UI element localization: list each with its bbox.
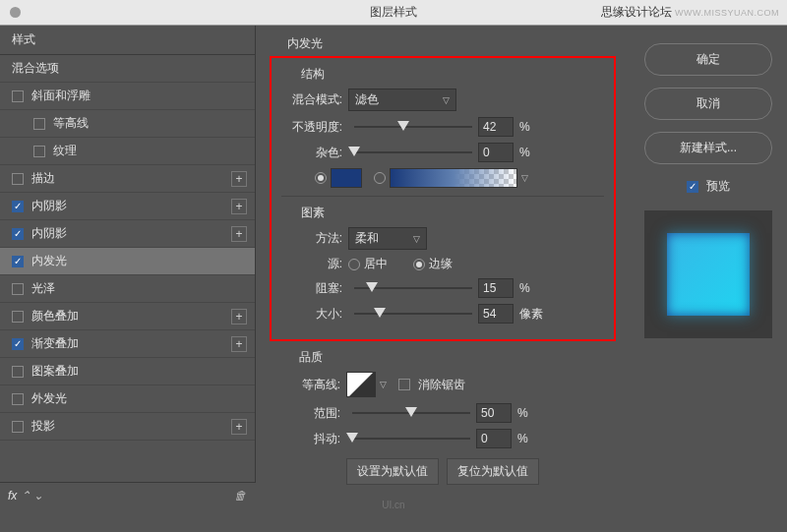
style-checkbox[interactable]: ✓ [12,256,24,267]
elements-title: 图素 [301,205,604,221]
sidebar-header: 样式 [0,26,255,55]
add-effect-icon[interactable]: + [231,226,247,242]
range-label: 范围: [279,405,340,422]
source-center-radio[interactable] [348,259,360,270]
panel-section-title: 内发光 [287,35,616,52]
style-checkbox[interactable] [12,283,24,295]
sidebar-item-6[interactable]: ✓内发光 [0,248,255,275]
opacity-input[interactable]: 42 [478,117,514,137]
style-checkbox[interactable] [33,146,45,157]
sidebar-item-8[interactable]: 颜色叠加+ [0,303,255,330]
technique-label: 方法: [281,230,342,247]
choke-label: 阻塞: [281,280,342,297]
fx-icon[interactable]: fx ⌃ ⌄ [8,489,43,502]
size-slider[interactable] [354,307,472,321]
style-label: 投影 [31,418,231,435]
add-effect-icon[interactable]: + [231,199,247,214]
structure-title: 结构 [301,66,604,83]
watermark-logo: UI.cn [382,500,404,510]
color-swatch[interactable] [331,168,362,188]
sidebar-item-11[interactable]: 外发光 [0,385,255,413]
sidebar-item-1[interactable]: 等高线 [0,110,255,138]
titlebar: 图层样式 思缘设计论坛 WWW.MISSYUAN.COM [0,0,787,26]
range-slider[interactable] [352,406,470,420]
style-checkbox[interactable] [12,393,24,405]
size-label: 大小: [281,306,342,323]
dialog-title: 图层样式 [370,4,417,21]
style-label: 描边 [31,170,231,187]
style-checkbox[interactable] [33,118,45,130]
highlight-box: 结构 混合模式: 滤色▽ 不透明度: 42 % 杂色: 0 % [270,56,616,341]
opacity-label: 不透明度: [281,119,342,136]
make-default-button[interactable]: 设置为默认值 [346,458,439,485]
style-checkbox[interactable]: ✓ [12,201,24,212]
style-checkbox[interactable] [12,90,24,102]
chevron-down-icon: ▽ [443,95,450,105]
style-checkbox[interactable]: ✓ [12,338,24,350]
style-checkbox[interactable] [12,366,24,378]
sidebar-item-10[interactable]: 图案叠加 [0,358,255,385]
cancel-button[interactable]: 取消 [644,88,772,120]
ok-button[interactable]: 确定 [644,43,772,76]
contour-picker[interactable] [346,372,376,397]
style-label: 渐变叠加 [31,335,231,352]
sidebar-item-4[interactable]: ✓内阴影+ [0,193,255,220]
style-checkbox[interactable] [12,311,24,323]
size-input[interactable]: 54 [478,304,514,324]
add-effect-icon[interactable]: + [231,171,247,187]
chevron-down-icon[interactable]: ▽ [521,173,528,183]
opacity-slider[interactable] [354,120,472,134]
reset-default-button[interactable]: 复位为默认值 [447,458,539,485]
jitter-input[interactable]: 0 [476,429,512,448]
style-label: 等高线 [53,115,247,132]
styles-sidebar: 样式 混合选项 斜面和浮雕等高线纹理描边+✓内阴影+✓内阴影+✓内发光光泽颜色叠… [0,26,256,507]
contour-label: 等高线: [279,377,340,393]
style-checkbox[interactable]: ✓ [12,228,24,240]
close-icon[interactable] [10,7,21,18]
watermark-text: 思缘设计论坛 WWW.MISSYUAN.COM [601,4,779,21]
style-checkbox[interactable] [12,173,24,185]
noise-label: 杂色: [281,145,342,161]
style-checkbox[interactable] [12,421,24,433]
style-label: 外发光 [31,390,247,407]
sidebar-blend-options[interactable]: 混合选项 [0,55,255,83]
gradient-radio[interactable] [374,172,386,184]
add-effect-icon[interactable]: + [231,309,247,325]
noise-slider[interactable] [354,146,472,159]
noise-input[interactable]: 0 [478,143,514,162]
preview-swatch [667,233,750,316]
sidebar-item-0[interactable]: 斜面和浮雕 [0,83,255,110]
sidebar-item-5[interactable]: ✓内阴影+ [0,220,255,248]
sidebar-item-2[interactable]: 纹理 [0,138,255,165]
choke-input[interactable]: 15 [478,278,514,298]
preview-box [644,210,772,338]
antialias-checkbox[interactable] [398,379,410,390]
style-label: 内发光 [31,253,247,269]
blend-mode-dropdown[interactable]: 滤色▽ [348,89,456,111]
choke-slider[interactable] [354,281,472,295]
sidebar-item-3[interactable]: 描边+ [0,165,255,193]
add-effect-icon[interactable]: + [231,419,247,435]
source-edge-radio[interactable] [413,259,425,270]
range-input[interactable]: 50 [476,403,512,423]
chevron-down-icon[interactable]: ▽ [380,380,387,389]
sidebar-footer: fx ⌃ ⌄ 🗑 [0,482,256,507]
jitter-label: 抖动: [279,431,340,447]
preview-checkbox[interactable]: ✓ [687,181,698,193]
new-style-button[interactable]: 新建样式... [644,132,772,164]
source-label: 源: [281,256,342,272]
gradient-picker[interactable] [390,168,517,188]
preview-label: 预览 [706,178,730,195]
sidebar-item-12[interactable]: 投影+ [0,413,255,441]
chevron-down-icon: ▽ [413,234,420,244]
style-label: 颜色叠加 [31,308,231,325]
jitter-slider[interactable] [352,432,470,445]
add-effect-icon[interactable]: + [231,336,247,352]
color-radio[interactable] [315,172,327,184]
sidebar-item-9[interactable]: ✓渐变叠加+ [0,330,255,358]
style-label: 图案叠加 [31,363,247,380]
sidebar-item-7[interactable]: 光泽 [0,275,255,303]
technique-dropdown[interactable]: 柔和▽ [348,227,427,250]
style-label: 内阴影 [31,198,231,214]
trash-icon[interactable]: 🗑 [234,489,248,502]
